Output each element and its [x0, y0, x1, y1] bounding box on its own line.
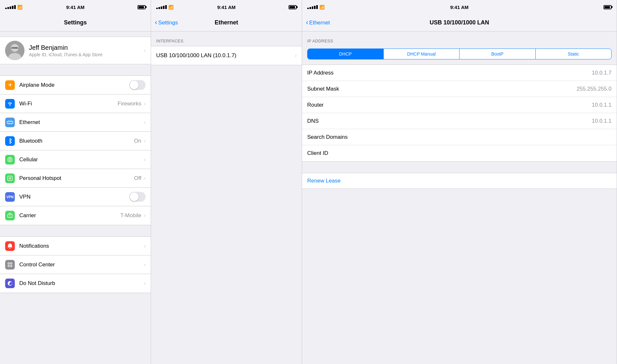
list-item-personal-hotspot[interactable]: Personal Hotspot Off › — [0, 169, 151, 188]
renew-lease-label: Renew Lease — [307, 178, 341, 184]
battery-icon-1 — [138, 5, 146, 9]
status-bar-3: 📶 9:41 AM — [302, 0, 617, 14]
hotspot-value: Off — [134, 175, 141, 182]
lan-panel: 📶 9:41 AM ‹ Ethernet USB 10/100/1000 LAN… — [302, 0, 617, 364]
svg-point-23 — [11, 262, 12, 264]
wifi-icon: 📶 — [17, 5, 22, 10]
list-item-bluetooth[interactable]: Bluetooth On › — [0, 132, 151, 150]
nav-bar-1: Settings — [0, 14, 151, 31]
list-item-airplane-mode[interactable]: ✈ Airplane Mode — [0, 76, 151, 94]
airplane-mode-toggle[interactable] — [129, 80, 146, 90]
svg-point-25 — [11, 265, 12, 267]
status-left-3: 📶 — [307, 5, 325, 10]
signal-icon-3 — [307, 5, 318, 9]
svg-rect-5 — [7, 121, 13, 123]
hotspot-chevron: › — [144, 175, 146, 181]
status-time-3: 9:41 AM — [450, 4, 469, 10]
list-item-do-not-disturb[interactable]: Do Not Disturb › — [0, 274, 151, 293]
vpn-toggle[interactable] — [129, 192, 146, 202]
nav-bar-3: ‹ Ethernet USB 10/100/1000 LAN — [302, 14, 617, 31]
svg-point-20 — [10, 216, 11, 217]
router-label: Router — [307, 102, 324, 108]
segment-dhcp[interactable]: DHCP — [308, 49, 384, 59]
back-arrow-3: ‹ — [306, 19, 308, 26]
status-time-2: 9:41 AM — [217, 4, 236, 10]
cellular-label: Cellular — [19, 156, 144, 163]
list-item-carrier[interactable]: Carrier T-Mobile › — [0, 206, 151, 225]
ip-section-header: IP ADDRESS — [302, 31, 617, 46]
usb-lan-item[interactable]: USB 10/100/1000 LAN (10.0.1.7) › — [151, 46, 302, 65]
section-gap-1 — [0, 64, 151, 75]
router-value: 10.0.1.1 — [592, 102, 612, 108]
profile-row[interactable]: Jeff Benjamin Apple ID, iCloud, iTunes &… — [0, 37, 151, 64]
list-item-ethernet[interactable]: Ethernet › — [0, 113, 151, 132]
renew-section: Renew Lease — [302, 173, 617, 189]
svg-point-22 — [8, 262, 10, 264]
hotspot-icon — [5, 173, 15, 183]
back-arrow-2: ‹ — [155, 19, 157, 26]
usb-lan-chevron: › — [295, 53, 297, 58]
status-right-3 — [604, 5, 612, 9]
svg-rect-4 — [11, 48, 19, 49]
ip-mode-segmented-control[interactable]: DHCP DHCP Manual BootP Static — [307, 49, 612, 59]
notifications-icon — [5, 241, 15, 251]
nav-bar-2: ‹ Settings Ethernet — [151, 14, 302, 31]
bluetooth-icon — [5, 136, 15, 146]
list-item-cellular[interactable]: Cellular › — [0, 150, 151, 169]
svg-point-18 — [10, 178, 11, 179]
status-time-1: 9:41 AM — [66, 4, 85, 10]
hotspot-label: Personal Hotspot — [19, 175, 134, 182]
renew-lease-button[interactable]: Renew Lease — [302, 173, 617, 189]
panel-2-empty — [151, 65, 302, 364]
do-not-disturb-icon — [5, 279, 15, 288]
page-title-2: Ethernet — [215, 19, 238, 26]
back-button-3[interactable]: ‹ Ethernet — [306, 20, 330, 26]
back-button-2[interactable]: ‹ Settings — [155, 20, 178, 26]
list-item-control-center[interactable]: Control Center › — [0, 255, 151, 274]
ethernet-chevron: › — [144, 120, 146, 125]
control-center-chevron: › — [144, 262, 146, 268]
svg-point-14 — [9, 159, 11, 161]
segment-bootp[interactable]: BootP — [460, 49, 536, 59]
list-item-vpn[interactable]: VPN VPN — [0, 188, 151, 206]
ip-address-label: IP Address — [307, 70, 334, 76]
profile-name: Jeff Benjamin — [29, 44, 144, 51]
page-title-1: Settings — [64, 19, 87, 26]
vpn-icon: VPN — [5, 192, 15, 202]
control-center-label: Control Center — [19, 262, 144, 268]
list-item-notifications[interactable]: Notifications › — [0, 237, 151, 255]
profile-chevron: › — [144, 48, 146, 53]
wifi-chevron: › — [144, 101, 146, 107]
subnet-mask-row: Subnet Mask 255.255.255.0 — [302, 81, 617, 97]
ethernet-label: Ethernet — [19, 119, 144, 126]
do-not-disturb-chevron: › — [144, 280, 146, 286]
status-right-2 — [289, 5, 297, 9]
dns-value: 10.0.1.1 — [592, 118, 612, 124]
avatar-image — [5, 41, 24, 60]
cellular-icon — [5, 155, 15, 164]
network-settings-group: ✈ Airplane Mode Wi-Fi Fireworks › — [0, 75, 151, 225]
svg-point-24 — [8, 265, 10, 267]
back-label-2: Settings — [158, 20, 178, 26]
panel-3-empty — [302, 189, 617, 364]
usb-lan-label: USB 10/100/1000 LAN (10.0.1.7) — [156, 52, 295, 59]
subnet-mask-value: 255.255.255.0 — [577, 86, 612, 92]
segment-dhcp-manual[interactable]: DHCP Manual — [384, 49, 460, 59]
wifi-label: Wi-Fi — [19, 101, 118, 107]
avatar — [5, 41, 24, 60]
airplane-mode-icon: ✈ — [5, 80, 15, 90]
client-id-row: Client ID — [302, 145, 617, 161]
profile-subtitle: Apple ID, iCloud, iTunes & App Store — [29, 52, 144, 57]
back-label-3: Ethernet — [309, 20, 330, 26]
ethernet-panel: 📶 9:41 AM ‹ Settings Ethernet INTERFACES… — [151, 0, 302, 364]
cellular-chevron: › — [144, 157, 146, 163]
status-bar-2: 📶 9:41 AM — [151, 0, 302, 14]
profile-info: Jeff Benjamin Apple ID, iCloud, iTunes &… — [29, 44, 144, 57]
segment-static[interactable]: Static — [536, 49, 612, 59]
control-center-icon — [5, 260, 15, 270]
carrier-icon — [5, 211, 15, 220]
wifi-icon-3: 📶 — [319, 5, 325, 10]
dns-row: DNS 10.0.1.1 — [302, 113, 617, 129]
status-right-1 — [138, 5, 146, 9]
list-item-wifi[interactable]: Wi-Fi Fireworks › — [0, 94, 151, 113]
